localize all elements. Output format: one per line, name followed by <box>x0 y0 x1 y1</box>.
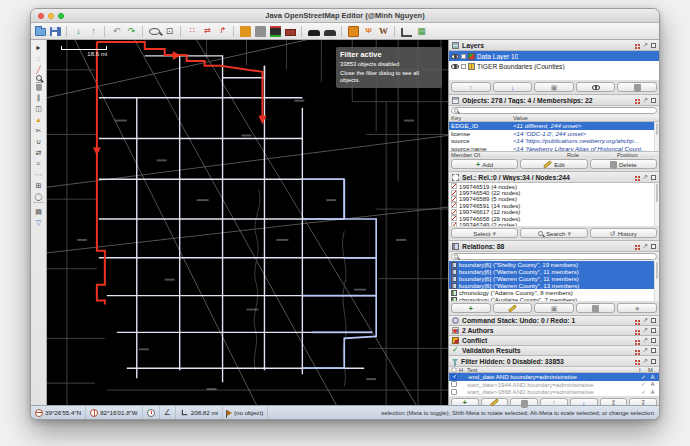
select-tool[interactable]: ► <box>32 42 45 52</box>
relation-row[interactable]: boundary[6] ("Shelby County", 19 members… <box>449 261 659 268</box>
tag-row[interactable]: source:name <14 'Newberry Library Atlas … <box>449 145 659 152</box>
edit-relation-button[interactable] <box>493 303 533 313</box>
tags-search-input[interactable] <box>451 107 657 114</box>
download-icon[interactable]: ↓ <box>73 25 84 38</box>
move-layer-up-button[interactable]: ↑ <box>451 82 491 92</box>
delete-tag-button[interactable]: Delete <box>590 159 657 169</box>
edit-tag-button[interactable]: Edit <box>520 159 587 169</box>
save-icon[interactable] <box>50 27 61 36</box>
filter-enable-checkbox[interactable] <box>451 374 457 380</box>
reverse-way-tool[interactable]: ⇄ <box>32 147 45 157</box>
filter-row[interactable]: start_date>1868 AND boundary=administrat… <box>449 388 659 396</box>
map-canvas[interactable]: 18.6 mi Filter active 33853 objects disa… <box>47 40 448 405</box>
close-panel-icon[interactable] <box>651 348 656 353</box>
garage-icon[interactable] <box>324 30 336 36</box>
relations-search-input[interactable] <box>451 253 657 260</box>
map-styles-icon[interactable]: ▤ <box>32 206 45 216</box>
close-panel-icon[interactable] <box>651 338 656 343</box>
create-circle-tool[interactable]: ◯ <box>32 191 45 201</box>
car-icon[interactable] <box>308 30 320 36</box>
new-relation-button[interactable]: + <box>451 303 491 313</box>
open-icon[interactable] <box>35 28 46 36</box>
layer-visibility-eye-icon[interactable] <box>451 64 459 69</box>
dock-sticky-icon[interactable] <box>635 360 637 362</box>
relation-row[interactable]: boundary[6] ("Warren County", 13 members… <box>449 282 659 289</box>
follow-line-icon[interactable]: ↱ <box>217 25 228 38</box>
filter-panel-header[interactable]: Filter Hidden: 0 Disabled: 33853 ↗ <box>449 356 659 367</box>
duplicate-relation-button[interactable]: ▣ <box>534 303 574 313</box>
active-layer-checkbox[interactable] <box>461 54 466 59</box>
draw-node-tool[interactable]: ╱ <box>32 64 45 74</box>
filter-row[interactable]: -end_date AND boundary=administrative ✓ … <box>449 373 659 381</box>
dock-sticky-icon[interactable] <box>635 245 637 247</box>
move-layer-down-button[interactable]: ↓ <box>493 82 533 92</box>
close-panel-icon[interactable] <box>651 43 656 48</box>
filter-enable-checkbox[interactable] <box>451 389 457 395</box>
filter-inverted-check[interactable]: ✓ <box>639 374 648 380</box>
building-icon[interactable] <box>285 29 296 36</box>
undock-icon[interactable]: ↗ <box>643 97 648 104</box>
delete-relation-button[interactable] <box>576 303 616 313</box>
upload-icon[interactable]: ↑ <box>88 25 99 38</box>
dock-sticky-icon[interactable] <box>635 340 637 342</box>
select-relation-button[interactable]: ⌖ <box>617 303 657 313</box>
combine-way-tool[interactable]: ∪ <box>32 136 45 146</box>
undo-icon[interactable]: ↶ <box>111 25 122 38</box>
orthogonalize-tool[interactable]: ⊞ <box>32 180 45 190</box>
wikipedia-icon[interactable]: W <box>378 25 389 38</box>
layer-row[interactable]: Data Layer 10 <box>449 51 659 61</box>
collapsed-panel-header[interactable]: Command Stack: Undo: 0 / Redo: 1 ↗ <box>449 316 659 326</box>
unglue-way-icon[interactable]: ∷ <box>187 25 198 38</box>
align-ways-icon[interactable]: ⇄ <box>202 25 213 38</box>
active-layer-checkbox[interactable] <box>461 64 466 69</box>
close-panel-icon[interactable] <box>651 318 656 323</box>
tag-row[interactable]: license <14 'ODC-1.0', 244 unset> <box>449 130 659 138</box>
improve-accuracy-tool[interactable]: ▲ <box>32 114 45 124</box>
search-icon[interactable] <box>149 28 160 35</box>
undock-icon[interactable]: ↗ <box>643 42 648 49</box>
select-button[interactable]: Select▾ <box>451 228 518 238</box>
layer-row[interactable]: TIGER Boundaries (Counties) <box>449 61 659 71</box>
relation-row[interactable]: chronology ("Adams County", 8 members) <box>449 289 659 296</box>
split-way-tool[interactable]: ✂ <box>32 125 45 135</box>
parallel-tool[interactable]: ∥ <box>32 92 45 102</box>
close-panel-icon[interactable] <box>651 98 656 103</box>
close-panel-icon[interactable] <box>651 328 656 333</box>
filter-icon[interactable]: ▽ <box>32 217 45 227</box>
relation-row[interactable]: boundary[6] ("Warren County", 11 members… <box>449 275 659 282</box>
title-bar[interactable]: Java OpenStreetMap Editor (@Minh Nguyen) <box>31 9 659 23</box>
zoom-tool[interactable] <box>36 75 42 81</box>
collapsed-panel-header[interactable]: Validation Results ↗ <box>449 346 659 356</box>
dock-sticky-icon[interactable] <box>635 320 637 322</box>
undock-icon[interactable]: ↗ <box>643 243 648 250</box>
relation-row[interactable]: boundary[6] ("Warren County", 11 members… <box>449 268 659 275</box>
undock-icon[interactable]: ↗ <box>643 347 648 354</box>
selection-panel-header[interactable]: Sel.: Rel.:0 / Ways:34 / Nodes:244 ↗ <box>449 172 659 183</box>
history-button[interactable]: ↺History <box>590 228 657 238</box>
delete-tool[interactable] <box>36 84 42 91</box>
relations-panel-header[interactable]: Relations: 88 ↗ <box>449 241 659 252</box>
filter-row[interactable]: start_date>1944 AND boundary=administrat… <box>449 381 659 389</box>
collapsed-panel-header[interactable]: 2 Authors ↗ <box>449 326 659 336</box>
close-panel-icon[interactable] <box>651 175 656 180</box>
toggle-layer-visibility-button[interactable] <box>576 82 616 92</box>
merge-layer-button[interactable]: ▣ <box>534 82 574 92</box>
street-lamp-icon[interactable] <box>255 26 266 37</box>
align-nodes-tool[interactable]: ⋯ <box>32 169 45 179</box>
imagery-icon[interactable]: ▦ <box>416 25 427 38</box>
selected-way-row[interactable]: 199746749 (2 nodes) <box>449 221 659 226</box>
undock-icon[interactable]: ↗ <box>643 317 648 324</box>
undock-icon[interactable]: ↗ <box>643 358 648 365</box>
ruler-icon[interactable] <box>401 28 412 37</box>
undock-icon[interactable]: ↗ <box>643 337 648 344</box>
dock-sticky-icon[interactable] <box>635 350 637 352</box>
add-tag-button[interactable]: +Add <box>451 159 518 169</box>
traffic-signal-icon[interactable] <box>270 26 281 37</box>
restaurant-icon[interactable]: Ψ <box>363 25 374 38</box>
tags-scrollbar[interactable] <box>654 122 659 151</box>
lasso-tool[interactable]: ◌ <box>32 53 45 63</box>
dock-sticky-icon[interactable] <box>635 99 637 101</box>
tags-panel-header[interactable]: Objects: 278 / Tags: 4 / Memberships: 22… <box>449 95 659 106</box>
relations-scrollbar[interactable] <box>654 261 659 301</box>
extrude-tool[interactable]: ◫ <box>32 103 45 113</box>
